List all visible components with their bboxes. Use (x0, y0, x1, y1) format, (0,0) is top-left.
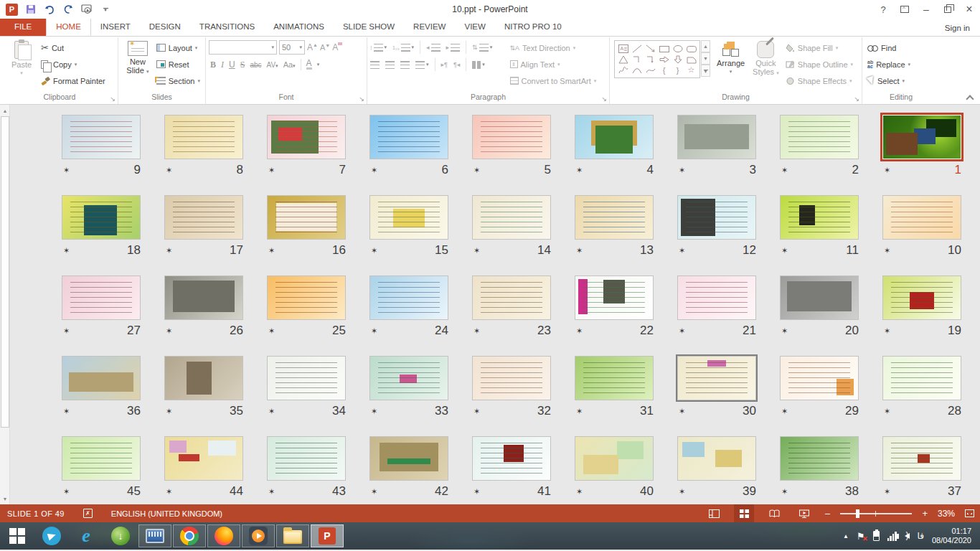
slide-thumbnail[interactable] (882, 276, 961, 320)
shape-arc-icon[interactable] (630, 65, 644, 75)
slide-thumbnail[interactable] (780, 436, 859, 481)
slide-show-button[interactable] (794, 504, 814, 522)
slide-thumbnail[interactable] (677, 436, 756, 481)
shape-right-brace-icon[interactable]: } (671, 65, 684, 75)
slide-thumbnail[interactable] (882, 115, 961, 159)
powerpoint-logo-icon[interactable]: P (6, 4, 18, 16)
slide-thumbnail[interactable] (677, 276, 756, 320)
slide-thumbnail[interactable] (780, 356, 859, 400)
scroll-up-button[interactable]: ▲ (1, 105, 9, 116)
reading-view-button[interactable] (764, 504, 784, 522)
replace-button[interactable]: abac Replace▾ (865, 57, 913, 72)
tab-view[interactable]: VIEW (455, 18, 494, 36)
shape-fill-button[interactable]: Shape Fill▾ (783, 40, 859, 55)
slide-thumbnail[interactable] (882, 195, 961, 240)
start-from-beginning-icon[interactable] (81, 4, 93, 15)
italic-button[interactable]: I (221, 60, 224, 70)
slide-thumbnail[interactable] (164, 436, 243, 481)
slide-thumbnail[interactable] (882, 356, 961, 400)
shapes-gallery[interactable]: A { } ☆ (614, 40, 700, 78)
tab-home[interactable]: HOME (46, 18, 91, 36)
arrange-button[interactable]: Arrange▾ (713, 39, 748, 76)
convert-to-smartart-button[interactable]: Convert to SmartArt▾ (508, 73, 607, 88)
restore-button[interactable] (937, 0, 958, 19)
slide-thumbnail[interactable] (575, 356, 654, 400)
slide-thumbnail[interactable] (472, 436, 551, 481)
select-button[interactable]: Select▾ (865, 73, 913, 88)
taskbar-media-player[interactable] (242, 524, 275, 547)
rtl-direction-button[interactable]: ¶◂ (453, 61, 460, 68)
taskbar-file-explorer[interactable] (276, 524, 309, 547)
slide-thumbnail[interactable] (575, 195, 654, 240)
slide-thumbnail[interactable] (575, 115, 654, 159)
slide-thumbnail[interactable] (369, 115, 448, 159)
text-direction-button[interactable]: ⇅A Text Direction▾ (508, 40, 607, 55)
slide-thumbnail[interactable] (780, 115, 859, 159)
bullets-button[interactable]: ⁝▾ (370, 44, 387, 52)
drawing-dialog-launcher[interactable]: ↘ (854, 96, 859, 102)
shapes-scroll-up[interactable]: ▲ (701, 40, 710, 52)
sign-in-link[interactable]: Sign in (945, 24, 980, 36)
shape-snip-rectangle-icon[interactable] (684, 54, 698, 65)
ltr-direction-button[interactable]: ▸¶ (441, 61, 448, 68)
slide-thumbnail[interactable] (267, 195, 346, 240)
numbering-button[interactable]: 1₂₃▾ (392, 44, 414, 52)
shape-outline-button[interactable]: Shape Outline▾ (783, 57, 859, 72)
zoom-slider[interactable] (840, 513, 912, 514)
slide-thumbnail[interactable] (780, 195, 859, 240)
slide-thumbnail[interactable] (62, 356, 141, 400)
shape-rounded-rectangle-icon[interactable] (684, 43, 698, 54)
shape-effects-button[interactable]: Shape Effects▾ (783, 73, 859, 88)
slide-thumbnail[interactable] (164, 195, 243, 240)
increase-indent-button[interactable]: ▸ (446, 44, 461, 52)
paste-button[interactable]: Paste▾ (4, 39, 39, 77)
tab-review[interactable]: REVIEW (404, 18, 455, 36)
language-indicator[interactable]: ENGLISH (UNITED KINGDOM) (111, 509, 222, 518)
change-case-button[interactable]: Aa▾ (283, 60, 296, 69)
slide-thumbnail[interactable] (780, 276, 859, 320)
hidden-icons-button[interactable]: ▲ (843, 533, 849, 540)
slide-thumbnail[interactable] (267, 276, 346, 320)
reset-button[interactable]: Reset (154, 57, 202, 72)
copy-button[interactable]: Copy▾ (39, 57, 108, 72)
quick-styles-button[interactable]: Quick Styles ▾ (748, 39, 783, 77)
tab-file[interactable]: FILE (0, 18, 46, 36)
font-size-combo[interactable]: 50▾ (279, 40, 305, 55)
zoom-out-button[interactable]: − (824, 508, 830, 519)
vertical-scrollbar[interactable]: ▲ ▼ (0, 105, 10, 504)
shapes-more-button[interactable]: ▼ (701, 65, 710, 77)
collapse-ribbon-button[interactable] (967, 94, 973, 100)
strikethrough-button[interactable]: S (240, 60, 245, 70)
new-slide-button[interactable]: New Slide ▾ (121, 39, 154, 76)
underline-button[interactable]: U (229, 60, 235, 70)
save-icon[interactable] (25, 4, 37, 15)
taskbar-chrome[interactable] (173, 524, 206, 547)
shape-line-icon[interactable] (630, 43, 644, 54)
shape-scribble-icon[interactable] (616, 65, 630, 75)
font-name-combo[interactable]: ▾ (209, 40, 277, 55)
shape-textbox-icon[interactable]: A (616, 43, 630, 54)
slide-thumbnail[interactable] (62, 276, 141, 320)
customize-qat-icon[interactable]: ▾ (100, 4, 111, 15)
shapes-scroll-down[interactable]: ▼ (701, 52, 710, 65)
shape-elbow-arrow-connector-icon[interactable] (644, 54, 657, 65)
slide-thumbnail[interactable] (575, 436, 654, 481)
tab-slide-show[interactable]: SLIDE SHOW (334, 18, 404, 36)
slide-thumbnail[interactable] (62, 195, 141, 240)
battery-icon[interactable] (873, 531, 880, 541)
shape-right-arrow-icon[interactable] (657, 54, 671, 65)
cut-button[interactable]: ✂Cut (39, 40, 108, 55)
undo-icon[interactable] (44, 4, 55, 15)
tab-design[interactable]: DESIGN (140, 18, 190, 36)
slide-thumbnail[interactable] (369, 356, 448, 400)
slide-thumbnail[interactable] (677, 356, 756, 400)
line-spacing-button[interactable]: ⇅▾ (472, 44, 492, 52)
shape-curve-icon[interactable] (644, 65, 657, 75)
paragraph-dialog-launcher[interactable]: ↘ (601, 96, 607, 102)
character-spacing-button[interactable]: AV▾ (267, 61, 278, 69)
taskbar-firefox[interactable] (207, 524, 240, 547)
shape-star-icon[interactable]: ☆ (684, 65, 698, 75)
columns-button[interactable]: ▾ (472, 61, 485, 69)
font-color-button[interactable]: A (306, 60, 312, 70)
grow-font-button[interactable]: A▲ (307, 42, 318, 52)
